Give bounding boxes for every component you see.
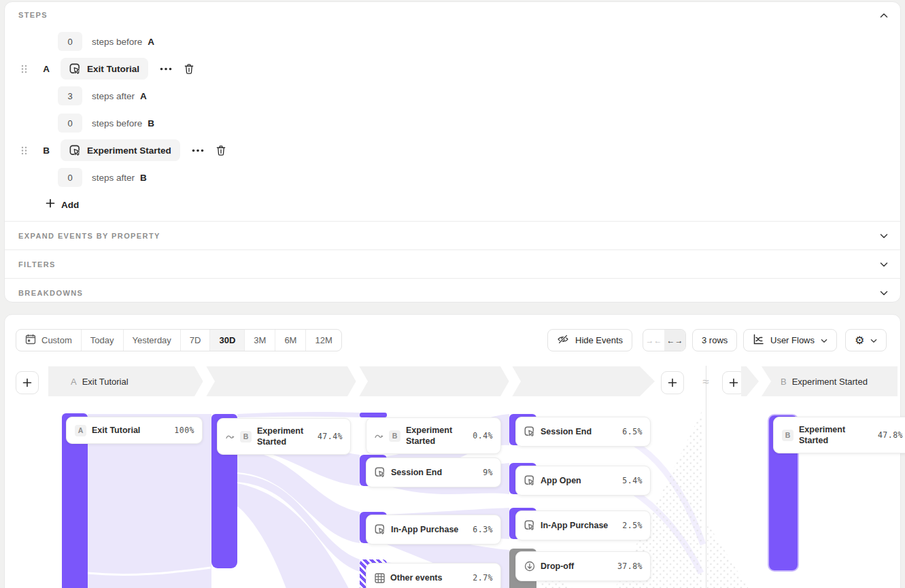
steps-after-a-input[interactable]: 3 [58,86,82,105]
step-badge: B [240,431,252,443]
event-name: Exit Tutorial [87,64,139,74]
steps-before-label: steps before [92,37,142,47]
step-ref-letter: B [140,173,147,183]
steps-before-b-input[interactable]: 0 [58,114,82,133]
flow-node-card-exit-tutorial[interactable]: A Exit Tutorial 100% [66,417,203,444]
breakdowns-section[interactable]: BREAKDOWNS [5,278,900,307]
step-ref-letter: B [148,118,154,128]
steps-after-b-input[interactable]: 0 [58,168,82,187]
collapse-steps-button[interactable] [880,9,888,21]
continue-arrow-icon [226,434,235,440]
event-icon [524,475,535,486]
flow-node-card-session-end-2[interactable]: Session End 9% [366,457,501,487]
event-icon [524,426,535,437]
step-letter: B [41,145,51,156]
event-icon [375,467,386,478]
plus-icon [46,198,55,211]
chevron-down-icon [880,233,888,239]
steps-after-label: steps after [92,173,135,183]
delete-step-icon[interactable] [184,63,194,75]
flow-node-card-drop-off[interactable]: Drop-off 37.8% [515,551,651,581]
step-badge: A [75,425,86,436]
steps-section-title: STEPS [18,11,48,19]
query-builder-panel: STEPS 0 steps before A A Exit Tutorial 3 [4,1,901,302]
continue-arrow-icon [375,433,383,439]
steps-before-label: steps before [92,118,142,128]
chevron-down-icon [880,290,888,296]
mixpanel-flows-page: STEPS 0 steps before A A Exit Tutorial 3 [0,0,905,588]
steps-after-label: steps after [92,91,135,101]
step-badge: B [782,430,793,441]
step-ref-letter: A [148,37,154,47]
flow-node-card-in-app-purchase-2[interactable]: In-App Purchase 6.3% [366,515,501,544]
event-icon [69,63,81,75]
flow-break-divider [706,366,706,588]
step-ref-letter: A [140,91,147,101]
step-a-row: A Exit Tutorial [5,55,900,82]
steps-after-b-row: 0 steps after B [5,164,900,191]
event-icon [375,524,386,535]
event-picker-experiment-started[interactable]: Experiment Started [61,139,180,161]
flow-node-card-other-events[interactable]: Other events 2.7% [366,563,501,588]
more-options-icon[interactable] [192,149,204,152]
steps-after-a-row: 3 steps after A [5,82,900,109]
step-letter: A [41,64,51,74]
filters-section[interactable]: FILTERS [5,249,900,278]
steps-section-header: STEPS [5,2,900,28]
steps-before-a-input[interactable]: 0 [58,32,82,51]
flow-node-card-experiment-started-2[interactable]: B Experiment Started 0.4% [366,417,501,454]
event-picker-exit-tutorial[interactable]: Exit Tutorial [61,58,148,80]
step-badge: B [389,430,400,442]
event-icon [524,520,535,531]
drop-off-icon [524,561,535,572]
flow-node-card-session-end-3[interactable]: Session End 6.5% [515,417,651,447]
steps-before-a-row: 0 steps before A [5,28,900,55]
step-b-row: B Experiment Started [5,137,900,164]
flow-node-card-app-open[interactable]: App Open 5.4% [515,466,651,496]
chevron-down-icon [880,262,888,267]
steps-before-b-row: 0 steps before B [5,109,900,137]
delete-step-icon[interactable] [216,145,226,156]
more-options-icon[interactable] [160,67,172,71]
flow-node-card-experiment-started-b[interactable]: B Experiment Started 47.8% [773,417,905,453]
event-name: Experiment Started [87,145,171,156]
flow-break-symbol: ≈ [698,375,714,389]
drag-handle-icon[interactable] [21,65,28,73]
flow-node-card-experiment-started-1[interactable]: B Experiment Started 47.4% [217,418,351,455]
flows-report-panel: Custom Today Yesterday 7D 30D 3M 6M 12M … [4,314,901,588]
add-step-button[interactable]: Add [5,191,900,218]
drag-handle-icon[interactable] [21,146,28,155]
chevron-up-icon [880,9,888,21]
grid-icon [375,573,385,583]
flow-node-bar-experiment-started-2[interactable] [360,413,387,417]
expand-events-by-property-section[interactable]: EXPAND EVENTS BY PROPERTY [5,221,900,249]
event-icon [69,145,81,156]
flow-node-card-in-app-purchase-3[interactable]: In-App Purchase 2.5% [515,511,651,540]
